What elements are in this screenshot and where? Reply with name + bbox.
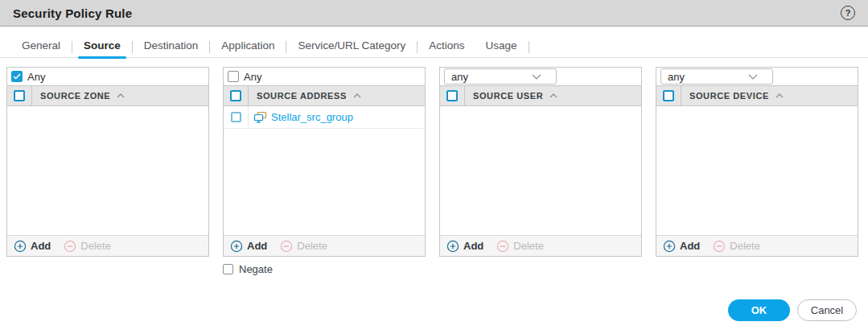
- tab-separator: [417, 41, 418, 53]
- delete-label: Delete: [730, 240, 760, 252]
- tab-application[interactable]: Application: [211, 36, 285, 58]
- tab-source[interactable]: Source: [73, 36, 131, 58]
- source-zone-header-label: SOURCE ZONE: [40, 91, 110, 101]
- source-address-column: Any SOURCE ADDRESS: [223, 67, 426, 257]
- dialog-title: Security Policy Rule: [13, 6, 132, 20]
- source-user-list: [440, 106, 641, 235]
- source-zone-footer: Add Delete: [7, 235, 208, 256]
- row-check-cell: [224, 106, 249, 128]
- source-address-header-row: SOURCE ADDRESS: [224, 85, 425, 106]
- source-address-delete-button[interactable]: Delete: [280, 240, 327, 253]
- sort-ascending-icon: [775, 93, 784, 98]
- header-check-cell: [7, 86, 32, 105]
- tab-actions[interactable]: Actions: [418, 36, 475, 58]
- tab-separator: [132, 41, 133, 53]
- source-user-add-button[interactable]: Add: [446, 240, 483, 253]
- dialog-actions: OK Cancel: [0, 299, 868, 321]
- source-address-footer: Add Delete: [224, 235, 425, 256]
- plus-circle-icon: [663, 240, 676, 253]
- negate-checkbox[interactable]: [223, 264, 233, 274]
- source-address-add-button[interactable]: Add: [230, 240, 267, 253]
- source-device-footer: Add Delete: [656, 235, 858, 256]
- sort-ascending-icon: [117, 93, 125, 98]
- add-label: Add: [247, 240, 267, 252]
- add-label: Add: [31, 240, 51, 252]
- source-device-any-dropdown[interactable]: any: [660, 68, 773, 85]
- source-user-footer: Add Delete: [440, 235, 641, 256]
- add-label: Add: [463, 240, 483, 252]
- dropdown-value: any: [451, 71, 468, 83]
- sort-ascending-icon: [549, 93, 557, 98]
- header-check-cell: [440, 86, 465, 105]
- delete-label: Delete: [513, 240, 544, 252]
- source-user-delete-button[interactable]: Delete: [496, 240, 544, 253]
- add-label: Add: [680, 240, 700, 252]
- plus-circle-icon: [446, 240, 459, 253]
- source-user-select-all-checkbox[interactable]: [446, 90, 458, 101]
- minus-circle-icon: [280, 240, 293, 253]
- source-zone-header-row: SOURCE ZONE: [7, 85, 208, 106]
- sort-ascending-icon: [353, 93, 361, 98]
- source-device-header-row: SOURCE DEVICE: [656, 85, 858, 106]
- cancel-button[interactable]: Cancel: [797, 299, 857, 321]
- negate-row: Negate: [223, 263, 868, 275]
- source-device-header-label: SOURCE DEVICE: [689, 91, 769, 101]
- source-user-any-dropdown[interactable]: any: [444, 68, 557, 85]
- source-device-column-header[interactable]: SOURCE DEVICE: [689, 91, 784, 101]
- source-zone-column: Any SOURCE ZONE Add Delete: [6, 67, 209, 257]
- source-user-column: any SOURCE USER Add Delete: [439, 67, 642, 257]
- plus-circle-icon: [230, 240, 243, 253]
- source-zone-column-header[interactable]: SOURCE ZONE: [40, 91, 125, 101]
- source-user-column-header[interactable]: SOURCE USER: [473, 91, 557, 101]
- help-icon[interactable]: ?: [841, 6, 855, 20]
- source-address-select-all-checkbox[interactable]: [230, 90, 241, 101]
- chevron-down-icon: [532, 74, 549, 80]
- source-device-delete-button[interactable]: Delete: [713, 240, 760, 253]
- source-address-list: Stellar_src_group: [224, 106, 425, 235]
- tab-separator: [209, 41, 210, 53]
- tab-separator: [286, 41, 286, 53]
- help-glyph: ?: [845, 8, 851, 18]
- source-zone-list: [7, 106, 208, 235]
- source-device-column: any SOURCE DEVICE Add Delete: [656, 67, 858, 257]
- ok-button[interactable]: OK: [728, 299, 790, 321]
- source-address-column-header[interactable]: SOURCE ADDRESS: [257, 91, 361, 101]
- tab-usage[interactable]: Usage: [475, 36, 528, 58]
- stellar-src-group-checkbox[interactable]: [231, 112, 241, 122]
- delete-label: Delete: [80, 240, 111, 252]
- dropdown-value: any: [668, 71, 685, 83]
- tab-service-url-category[interactable]: Service/URL Category: [287, 36, 416, 58]
- stellar-src-group-link[interactable]: Stellar_src_group: [253, 111, 353, 124]
- source-user-header-row: SOURCE USER: [440, 85, 641, 106]
- source-address-any-checkbox[interactable]: [228, 71, 239, 82]
- source-zone-any-row: Any: [7, 68, 208, 85]
- source-address-any-label: Any: [244, 71, 261, 83]
- source-zone-select-all-checkbox[interactable]: [14, 90, 25, 101]
- source-device-add-button[interactable]: Add: [663, 240, 700, 253]
- negate-label: Negate: [239, 263, 273, 275]
- table-row: Stellar_src_group: [224, 106, 425, 129]
- header-check-cell: [656, 86, 681, 105]
- delete-label: Delete: [297, 240, 327, 252]
- checkmark-icon: [13, 73, 21, 80]
- tabbar: General Source Destination Application S…: [0, 36, 868, 58]
- minus-circle-icon: [496, 240, 509, 253]
- address-object-name: Stellar_src_group: [271, 111, 353, 123]
- chevron-down-icon: [748, 74, 766, 80]
- source-address-header-label: SOURCE ADDRESS: [257, 91, 347, 101]
- plus-circle-icon: [14, 240, 27, 253]
- source-device-select-all-checkbox[interactable]: [663, 90, 674, 101]
- source-user-any-row: any: [440, 68, 641, 85]
- source-zone-delete-button[interactable]: Delete: [64, 240, 111, 253]
- minus-circle-icon: [64, 240, 76, 253]
- tab-destination[interactable]: Destination: [134, 36, 209, 58]
- source-zone-any-checkbox[interactable]: [11, 71, 23, 82]
- source-zone-add-button[interactable]: Add: [14, 240, 51, 253]
- minus-circle-icon: [713, 240, 726, 253]
- address-group-icon: [253, 111, 267, 124]
- tab-general[interactable]: General: [11, 36, 71, 58]
- source-device-list: [656, 106, 858, 235]
- source-columns: Any SOURCE ZONE Add Delete: [6, 67, 858, 257]
- dialog-titlebar: Security Policy Rule ?: [0, 0, 868, 27]
- tab-separator: [72, 41, 72, 53]
